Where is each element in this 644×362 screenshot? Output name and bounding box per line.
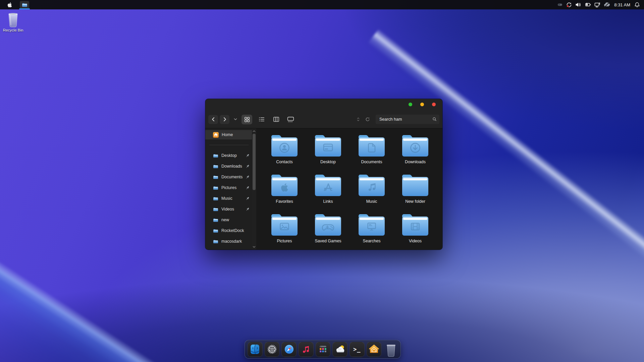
- list-view-icon: [258, 116, 265, 122]
- scrollbar-thumb[interactable]: [253, 134, 256, 190]
- scroll-down-icon[interactable]: [252, 245, 256, 249]
- view-content-button[interactable]: [285, 116, 296, 123]
- dock-safari-icon[interactable]: [281, 342, 297, 357]
- folder-desktop[interactable]: Desktop: [306, 134, 350, 173]
- wallpaper-light-streak: [0, 188, 236, 362]
- pin-icon: [246, 164, 250, 170]
- search-icon[interactable]: [432, 117, 437, 122]
- folder-music[interactable]: Music: [350, 173, 393, 213]
- folder-icon: [213, 229, 218, 233]
- view-list-button[interactable]: [257, 116, 267, 122]
- traffic-light-yellow[interactable]: [420, 103, 424, 106]
- toolbar: [208, 114, 439, 124]
- dock-terminal-icon[interactable]: >_: [350, 342, 365, 357]
- folder-new-folder[interactable]: New folder: [393, 173, 437, 213]
- sidebar-item-documents[interactable]: Documents: [205, 172, 252, 182]
- hidden-items-pill-icon[interactable]: [557, 0, 563, 9]
- sidebar-item-rocketdock[interactable]: RocketDock: [205, 225, 252, 236]
- traffic-light-red[interactable]: [432, 103, 436, 106]
- window-body: Home Desktop Downloads Documents: [205, 128, 442, 249]
- onedrive-disabled-icon[interactable]: [604, 0, 610, 9]
- folder-favorites[interactable]: Favorites: [263, 173, 306, 213]
- pin-icon: [246, 196, 250, 202]
- chevron-left-icon: [210, 116, 217, 123]
- dock-launchpad-icon[interactable]: [316, 342, 331, 357]
- dock-finder-icon[interactable]: [248, 342, 263, 357]
- folder-icon: [213, 154, 218, 158]
- file-explorer-window: Home Desktop Downloads Documents: [205, 99, 442, 250]
- grid-view-icon: [244, 116, 250, 123]
- recycle-bin[interactable]: Recycle Bin: [3, 12, 23, 32]
- folder-contacts[interactable]: Contacts: [263, 134, 306, 173]
- dock-home-icon[interactable]: [367, 342, 382, 357]
- folder-downloads[interactable]: Downloads: [393, 134, 437, 173]
- folder-searches[interactable]: Searches: [350, 213, 393, 250]
- sidebar-item-macosdark[interactable]: macosdark: [205, 236, 252, 247]
- folder-pictures[interactable]: Pictures: [263, 213, 306, 250]
- scroll-up-icon[interactable]: [252, 129, 256, 133]
- folder-icon: [213, 164, 218, 169]
- sidebar: Home Desktop Downloads Documents: [205, 128, 252, 249]
- view-columns-button[interactable]: [271, 116, 281, 122]
- folder-links[interactable]: Links: [306, 173, 350, 213]
- pin-icon: [246, 153, 250, 159]
- taskbar-item-file-explorer[interactable]: [19, 0, 30, 9]
- toolbar-splitter-icon[interactable]: [356, 117, 360, 122]
- sidebar-item-desktop[interactable]: Desktop: [205, 150, 252, 161]
- sidebar-divider: [209, 145, 249, 145]
- dock-music-icon[interactable]: [299, 342, 314, 357]
- apple-icon: [7, 2, 12, 8]
- sidebar-item-videos[interactable]: Videos: [205, 204, 252, 215]
- dock-trash-icon[interactable]: [384, 341, 398, 358]
- dock-weather-icon[interactable]: [332, 342, 347, 357]
- menu-bar: 8:31 AM: [0, 0, 644, 9]
- traffic-lights: [409, 103, 436, 106]
- sidebar-scrollbar[interactable]: [252, 128, 256, 249]
- wallpaper-light-band: [0, 231, 193, 362]
- apple-menu-button[interactable]: [5, 0, 15, 9]
- search-box: [376, 115, 439, 124]
- view-grid-button[interactable]: [241, 115, 252, 124]
- folder-videos[interactable]: Videos: [393, 213, 437, 250]
- sidebar-item-pictures[interactable]: Pictures: [205, 182, 252, 193]
- folder-saved-games[interactable]: Saved Games: [306, 213, 350, 250]
- battery-charging-icon[interactable]: [585, 0, 591, 9]
- folder-icon: [213, 239, 218, 244]
- sidebar-item-downloads[interactable]: Downloads: [205, 161, 252, 172]
- refresh-icon: [365, 117, 370, 122]
- sidebar-item-home[interactable]: Home: [205, 130, 252, 139]
- display-pen-icon[interactable]: [594, 0, 600, 9]
- dock-system-settings-icon[interactable]: [265, 342, 280, 357]
- folder-icon: [213, 186, 218, 190]
- recent-locations-button[interactable]: [233, 117, 238, 122]
- folder-documents[interactable]: Documents: [350, 134, 393, 173]
- home-icon: [213, 132, 219, 138]
- window-header: [205, 99, 442, 128]
- desktop-screen: 8:31 AM Recycle Bin: [0, 0, 644, 362]
- sidebar-item-new[interactable]: new: [205, 215, 252, 225]
- forward-button[interactable]: [220, 115, 229, 124]
- back-button[interactable]: [208, 115, 218, 124]
- folder-icon: [213, 218, 218, 222]
- volume-icon[interactable]: [575, 0, 581, 9]
- sidebar-item-label: Home: [222, 132, 233, 137]
- pin-icon: [246, 175, 250, 181]
- chevron-down-icon: [233, 117, 238, 122]
- pin-icon: [246, 185, 250, 191]
- sync-alert-icon[interactable]: [566, 0, 572, 9]
- chevron-right-icon: [221, 116, 228, 123]
- notifications-bell-icon[interactable]: [634, 0, 640, 9]
- folder-grid: Contacts Desktop Documents: [263, 134, 442, 250]
- recycle-bin-label: Recycle Bin: [3, 28, 23, 32]
- dock: >_: [245, 340, 401, 359]
- clock[interactable]: 8:31 AM: [613, 2, 631, 7]
- folder-icon: [213, 175, 218, 179]
- folder-icon: [22, 3, 28, 7]
- columns-view-icon: [273, 116, 280, 122]
- folder-icon: [213, 196, 218, 201]
- active-app-indicator: [19, 8, 30, 9]
- refresh-button[interactable]: [365, 117, 370, 122]
- sidebar-item-music[interactable]: Music: [205, 193, 252, 204]
- content-view-icon: [287, 116, 294, 123]
- traffic-light-green[interactable]: [409, 103, 412, 106]
